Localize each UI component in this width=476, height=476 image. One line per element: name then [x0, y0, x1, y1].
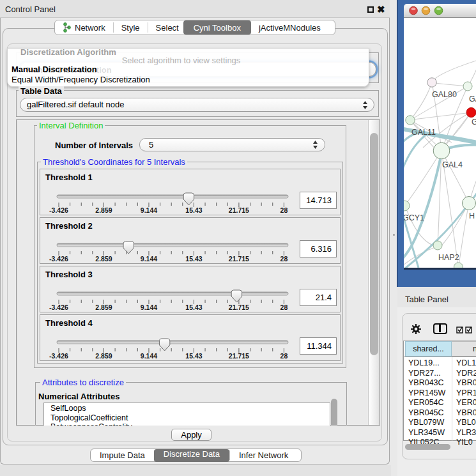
svg-text:GAL80: GAL80 — [432, 90, 457, 99]
svg-text:9.144: 9.144 — [141, 255, 157, 263]
svg-text:GCY1: GCY1 — [404, 213, 424, 222]
svg-text:H: H — [469, 211, 475, 220]
svg-text:GA: GA — [469, 95, 476, 104]
svg-text:2.859: 2.859 — [95, 206, 112, 214]
svg-text:-3.426: -3.426 — [49, 303, 68, 311]
svg-text:21.715: 21.715 — [229, 303, 249, 311]
svg-text:9.144: 9.144 — [141, 303, 157, 311]
svg-text:2.859: 2.859 — [95, 352, 112, 360]
svg-text:2.859: 2.859 — [95, 303, 112, 311]
svg-text:9.144: 9.144 — [141, 352, 157, 360]
svg-text:15.43: 15.43 — [185, 352, 202, 360]
svg-text:15.43: 15.43 — [185, 206, 202, 214]
svg-text:21.715: 21.715 — [229, 255, 249, 263]
svg-text:21.715: 21.715 — [229, 206, 249, 214]
svg-text:9.144: 9.144 — [141, 206, 157, 214]
svg-text:15.43: 15.43 — [185, 303, 202, 311]
svg-text:15.43: 15.43 — [185, 255, 202, 263]
svg-text:G: G — [472, 118, 476, 127]
svg-text:HAP2: HAP2 — [438, 253, 459, 262]
svg-text:28: 28 — [280, 255, 288, 263]
svg-text:28: 28 — [280, 303, 288, 311]
svg-text:2.859: 2.859 — [95, 255, 112, 263]
svg-text:28: 28 — [280, 352, 288, 360]
svg-text:-3.426: -3.426 — [49, 255, 68, 263]
svg-text:-3.426: -3.426 — [49, 352, 68, 360]
svg-text:GAL11: GAL11 — [411, 128, 436, 137]
svg-text:28: 28 — [280, 206, 288, 214]
svg-text:21.715: 21.715 — [229, 352, 249, 360]
svg-text:GAL4: GAL4 — [442, 160, 463, 169]
svg-text:-3.426: -3.426 — [49, 206, 68, 214]
